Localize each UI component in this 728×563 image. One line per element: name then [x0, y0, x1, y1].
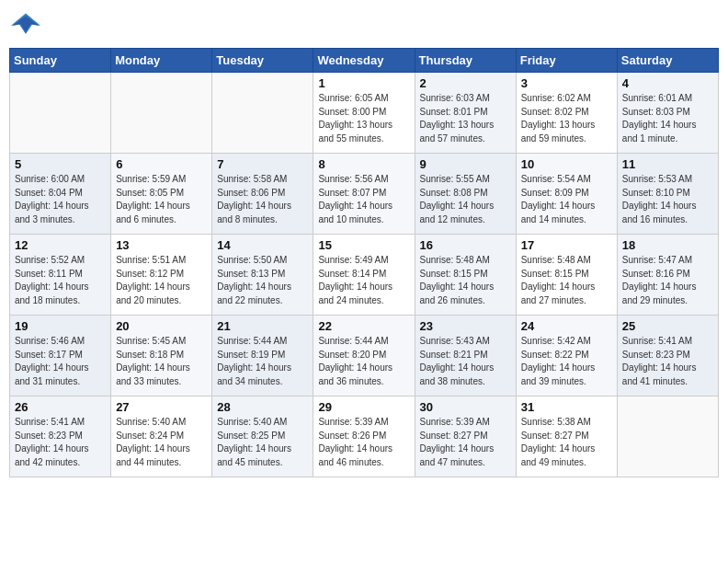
cell-info: Sunrise: 5:56 AM Sunset: 8:07 PM Dayligh…: [318, 173, 409, 226]
week-row-5: 26Sunrise: 5:41 AM Sunset: 8:23 PM Dayli…: [10, 396, 719, 477]
day-number: 25: [622, 319, 713, 333]
day-number: 21: [217, 319, 308, 333]
calendar-cell: 30Sunrise: 5:39 AM Sunset: 8:27 PM Dayli…: [415, 396, 516, 477]
day-number: 30: [420, 400, 511, 414]
cell-info: Sunrise: 5:52 AM Sunset: 8:11 PM Dayligh…: [15, 254, 106, 307]
calendar-cell: 1Sunrise: 6:05 AM Sunset: 8:00 PM Daylig…: [313, 73, 415, 154]
calendar-cell: 13Sunrise: 5:51 AM Sunset: 8:12 PM Dayli…: [111, 235, 212, 316]
day-number: 23: [420, 319, 511, 333]
week-row-2: 5Sunrise: 6:00 AM Sunset: 8:04 PM Daylig…: [10, 154, 719, 235]
cell-info: Sunrise: 5:41 AM Sunset: 8:23 PM Dayligh…: [622, 335, 713, 388]
calendar-cell: 20Sunrise: 5:45 AM Sunset: 8:18 PM Dayli…: [111, 316, 212, 396]
day-number: 8: [318, 157, 409, 171]
day-number: 18: [622, 238, 713, 252]
day-number: 24: [521, 319, 612, 333]
day-number: 3: [521, 76, 612, 90]
cell-info: Sunrise: 5:49 AM Sunset: 8:14 PM Dayligh…: [318, 254, 409, 307]
cell-info: Sunrise: 5:45 AM Sunset: 8:18 PM Dayligh…: [116, 335, 207, 388]
calendar-cell: 21Sunrise: 5:44 AM Sunset: 8:19 PM Dayli…: [212, 316, 313, 396]
day-number: 17: [521, 238, 612, 252]
calendar-cell: 9Sunrise: 5:55 AM Sunset: 8:08 PM Daylig…: [415, 154, 516, 235]
calendar-cell: 22Sunrise: 5:44 AM Sunset: 8:20 PM Dayli…: [313, 316, 415, 396]
calendar-cell: 29Sunrise: 5:39 AM Sunset: 8:26 PM Dayli…: [313, 396, 415, 477]
day-number: 7: [217, 157, 308, 171]
weekday-header-monday: Monday: [111, 49, 212, 73]
day-number: 13: [116, 238, 207, 252]
calendar-cell: 2Sunrise: 6:03 AM Sunset: 8:01 PM Daylig…: [415, 73, 516, 154]
day-number: 10: [521, 157, 612, 171]
calendar-cell: [111, 73, 212, 154]
calendar-cell: 31Sunrise: 5:38 AM Sunset: 8:27 PM Dayli…: [516, 396, 617, 477]
day-number: 27: [116, 400, 207, 414]
cell-info: Sunrise: 5:58 AM Sunset: 8:06 PM Dayligh…: [217, 173, 308, 226]
calendar-cell: 28Sunrise: 5:40 AM Sunset: 8:25 PM Dayli…: [212, 396, 313, 477]
calendar-cell: [617, 396, 718, 477]
cell-info: Sunrise: 5:53 AM Sunset: 8:10 PM Dayligh…: [622, 173, 713, 226]
cell-info: Sunrise: 5:41 AM Sunset: 8:23 PM Dayligh…: [15, 416, 106, 469]
cell-info: Sunrise: 5:54 AM Sunset: 8:09 PM Dayligh…: [521, 173, 612, 226]
cell-info: Sunrise: 5:47 AM Sunset: 8:16 PM Dayligh…: [622, 254, 713, 307]
day-number: 31: [521, 400, 612, 414]
calendar-cell: 4Sunrise: 6:01 AM Sunset: 8:03 PM Daylig…: [617, 73, 718, 154]
day-number: 26: [15, 400, 106, 414]
calendar-cell: 25Sunrise: 5:41 AM Sunset: 8:23 PM Dayli…: [617, 316, 718, 396]
cell-info: Sunrise: 6:02 AM Sunset: 8:02 PM Dayligh…: [521, 92, 612, 145]
calendar-cell: 27Sunrise: 5:40 AM Sunset: 8:24 PM Dayli…: [111, 396, 212, 477]
calendar-cell: 23Sunrise: 5:43 AM Sunset: 8:21 PM Dayli…: [415, 316, 516, 396]
calendar-cell: 6Sunrise: 5:59 AM Sunset: 8:05 PM Daylig…: [111, 154, 212, 235]
weekday-header-friday: Friday: [516, 49, 617, 73]
calendar-cell: 16Sunrise: 5:48 AM Sunset: 8:15 PM Dayli…: [415, 235, 516, 316]
day-number: 12: [15, 238, 106, 252]
cell-info: Sunrise: 5:39 AM Sunset: 8:27 PM Dayligh…: [420, 416, 511, 469]
calendar-table: SundayMondayTuesdayWednesdayThursdayFrid…: [9, 48, 719, 477]
day-number: 11: [622, 157, 713, 171]
calendar-cell: 15Sunrise: 5:49 AM Sunset: 8:14 PM Dayli…: [313, 235, 415, 316]
svg-marker-1: [13, 16, 40, 32]
weekday-header-tuesday: Tuesday: [212, 49, 313, 73]
cell-info: Sunrise: 5:40 AM Sunset: 8:24 PM Dayligh…: [116, 416, 207, 469]
week-row-4: 19Sunrise: 5:46 AM Sunset: 8:17 PM Dayli…: [10, 316, 719, 396]
calendar-cell: 8Sunrise: 5:56 AM Sunset: 8:07 PM Daylig…: [313, 154, 415, 235]
cell-info: Sunrise: 6:01 AM Sunset: 8:03 PM Dayligh…: [622, 92, 713, 145]
calendar-cell: [212, 73, 313, 154]
week-row-3: 12Sunrise: 5:52 AM Sunset: 8:11 PM Dayli…: [10, 235, 719, 316]
calendar-cell: 18Sunrise: 5:47 AM Sunset: 8:16 PM Dayli…: [617, 235, 718, 316]
cell-info: Sunrise: 6:00 AM Sunset: 8:04 PM Dayligh…: [15, 173, 106, 226]
cell-info: Sunrise: 5:44 AM Sunset: 8:19 PM Dayligh…: [217, 335, 308, 388]
cell-info: Sunrise: 5:51 AM Sunset: 8:12 PM Dayligh…: [116, 254, 207, 307]
day-number: 15: [318, 238, 409, 252]
calendar-cell: 3Sunrise: 6:02 AM Sunset: 8:02 PM Daylig…: [516, 73, 617, 154]
day-number: 2: [420, 76, 511, 90]
cell-info: Sunrise: 5:40 AM Sunset: 8:25 PM Dayligh…: [217, 416, 308, 469]
calendar-cell: 24Sunrise: 5:42 AM Sunset: 8:22 PM Dayli…: [516, 316, 617, 396]
cell-info: Sunrise: 5:55 AM Sunset: 8:08 PM Dayligh…: [420, 173, 511, 226]
calendar-cell: 26Sunrise: 5:41 AM Sunset: 8:23 PM Dayli…: [10, 396, 111, 477]
logo: [9, 9, 46, 42]
page-header: [9, 9, 719, 42]
weekday-header-wednesday: Wednesday: [313, 49, 415, 73]
cell-info: Sunrise: 5:43 AM Sunset: 8:21 PM Dayligh…: [420, 335, 511, 388]
week-row-1: 1Sunrise: 6:05 AM Sunset: 8:00 PM Daylig…: [10, 73, 719, 154]
day-number: 19: [15, 319, 106, 333]
cell-info: Sunrise: 5:46 AM Sunset: 8:17 PM Dayligh…: [15, 335, 106, 388]
day-number: 16: [420, 238, 511, 252]
logo-icon: [9, 9, 42, 42]
cell-info: Sunrise: 6:05 AM Sunset: 8:00 PM Dayligh…: [318, 92, 409, 145]
day-number: 29: [318, 400, 409, 414]
cell-info: Sunrise: 5:38 AM Sunset: 8:27 PM Dayligh…: [521, 416, 612, 469]
calendar-cell: 7Sunrise: 5:58 AM Sunset: 8:06 PM Daylig…: [212, 154, 313, 235]
cell-info: Sunrise: 5:44 AM Sunset: 8:20 PM Dayligh…: [318, 335, 409, 388]
day-number: 28: [217, 400, 308, 414]
day-number: 5: [15, 157, 106, 171]
weekday-header-row: SundayMondayTuesdayWednesdayThursdayFrid…: [10, 49, 719, 73]
weekday-header-thursday: Thursday: [415, 49, 516, 73]
day-number: 1: [318, 76, 409, 90]
day-number: 20: [116, 319, 207, 333]
cell-info: Sunrise: 5:50 AM Sunset: 8:13 PM Dayligh…: [217, 254, 308, 307]
cell-info: Sunrise: 6:03 AM Sunset: 8:01 PM Dayligh…: [420, 92, 511, 145]
calendar-cell: 10Sunrise: 5:54 AM Sunset: 8:09 PM Dayli…: [516, 154, 617, 235]
calendar-cell: 11Sunrise: 5:53 AM Sunset: 8:10 PM Dayli…: [617, 154, 718, 235]
weekday-header-sunday: Sunday: [10, 49, 111, 73]
cell-info: Sunrise: 5:48 AM Sunset: 8:15 PM Dayligh…: [420, 254, 511, 307]
calendar-cell: 12Sunrise: 5:52 AM Sunset: 8:11 PM Dayli…: [10, 235, 111, 316]
